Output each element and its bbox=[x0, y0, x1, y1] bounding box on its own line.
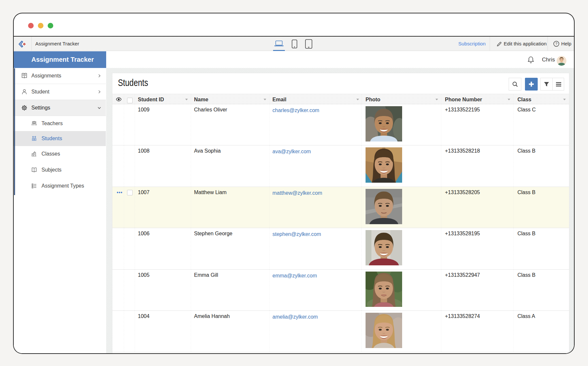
svg-text:?: ? bbox=[555, 42, 557, 46]
